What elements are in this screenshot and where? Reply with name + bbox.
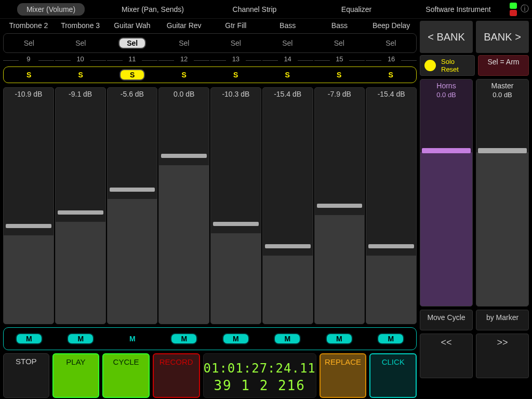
channel-name-row: Trombone 2Trombone 3Guitar WahGuitar Rev… xyxy=(3,20,417,31)
mute-row: MMMMMMMM xyxy=(3,327,417,350)
sel-button-12[interactable]: Sel xyxy=(159,34,210,52)
horns-fader-cap[interactable] xyxy=(422,148,471,153)
solo-button-10[interactable]: S xyxy=(56,71,107,79)
channel-name: Guitar Wah xyxy=(107,20,158,31)
channel-db-label: -15.4 dB xyxy=(263,90,313,98)
fader-cap[interactable] xyxy=(161,154,207,158)
sel-button-10[interactable]: Sel xyxy=(56,34,107,52)
mute-button-9[interactable]: M xyxy=(4,333,55,344)
channel-fader-15[interactable]: -7.9 dB xyxy=(314,87,365,324)
fader-cap[interactable] xyxy=(58,210,103,215)
channel-db-label: -15.4 dB xyxy=(366,90,416,98)
fader-cap[interactable] xyxy=(213,222,259,226)
sel-button-13[interactable]: Sel xyxy=(210,34,261,52)
master-bus-fader[interactable]: Master 0.0 dB xyxy=(476,79,529,307)
channel-number: 11 xyxy=(107,55,158,65)
channel-number-row: 910111213141516 xyxy=(3,55,417,65)
tab-software-instrument[interactable]: Software Instrument xyxy=(407,0,509,18)
channel-fader-9[interactable]: -10.9 dB xyxy=(3,87,54,324)
mute-button-10[interactable]: M xyxy=(56,333,107,344)
play-button[interactable]: PLAY xyxy=(52,353,100,398)
led-red xyxy=(510,10,517,16)
sel-button-11[interactable]: Sel xyxy=(107,34,158,52)
channel-db-label: -5.6 dB xyxy=(108,90,157,98)
timecode-bars: 39 1 2 216 xyxy=(214,378,305,393)
faders: -10.9 dB -9.1 dB -5.6 dB 0.0 dB -10.3 dB… xyxy=(3,87,417,324)
channel-number: 9 xyxy=(3,55,54,65)
tab-mixer-pan-sends[interactable]: Mixer (Pan, Sends) xyxy=(102,0,204,18)
channel-name: Gtr Fill xyxy=(210,20,261,31)
tab-equalizer[interactable]: Equalizer xyxy=(305,0,407,18)
fader-cap[interactable] xyxy=(110,188,155,192)
channel-fader-12[interactable]: 0.0 dB xyxy=(158,87,209,324)
sel-button-14[interactable]: Sel xyxy=(262,34,313,52)
bank-next-button[interactable]: BANK > xyxy=(476,21,529,53)
mute-button-13[interactable]: M xyxy=(210,333,261,344)
mute-button-11[interactable]: M xyxy=(107,335,158,343)
forward-button[interactable]: >> xyxy=(476,334,529,378)
tab-channel-strip[interactable]: Channel Strip xyxy=(204,0,305,18)
bank-prev-button[interactable]: < BANK xyxy=(420,21,473,53)
record-button[interactable]: RECORD xyxy=(153,353,200,398)
solo-button-12[interactable]: S xyxy=(159,71,210,79)
timecode-smpte: 01:01:27:24.11 xyxy=(204,361,316,376)
master-fader-cap[interactable] xyxy=(478,148,527,153)
led-green xyxy=(510,3,517,9)
channel-db-label: 0.0 dB xyxy=(159,90,209,98)
tab-bar: Mixer (Volume) Mixer (Pan, Sends) Channe… xyxy=(0,0,532,19)
cycle-button[interactable]: CYCLE xyxy=(102,353,150,398)
by-marker-button[interactable]: by Marker xyxy=(476,310,529,330)
fader-cap[interactable] xyxy=(265,244,311,248)
replace-button[interactable]: REPLACE xyxy=(320,353,367,398)
solo-reset-button[interactable]: SoloReset xyxy=(420,55,475,76)
channel-number: 12 xyxy=(158,55,209,65)
channel-db-label: -10.9 dB xyxy=(4,90,54,98)
channel-name: Trombone 3 xyxy=(55,20,106,31)
solo-button-14[interactable]: S xyxy=(262,71,313,79)
channel-fader-13[interactable]: -10.3 dB xyxy=(210,87,261,324)
channel-name: Trombone 2 xyxy=(3,20,54,31)
mute-button-14[interactable]: M xyxy=(262,333,313,344)
click-button[interactable]: CLICK xyxy=(369,353,417,398)
sel-arm-button[interactable]: Sel = Arm xyxy=(478,55,529,76)
channel-fader-16[interactable]: -15.4 dB xyxy=(366,87,417,324)
channel-name: Beep Delay xyxy=(366,20,417,31)
channel-fader-11[interactable]: -5.6 dB xyxy=(107,87,158,324)
sel-button-16[interactable]: Sel xyxy=(366,34,417,52)
horns-bus-fader[interactable]: Horns 0.0 dB xyxy=(420,79,473,307)
channel-fader-14[interactable]: -15.4 dB xyxy=(262,87,313,324)
sel-row: SelSelSelSelSelSelSelSel xyxy=(3,33,417,53)
sel-button-15[interactable]: Sel xyxy=(314,34,365,52)
mute-button-12[interactable]: M xyxy=(159,333,210,344)
solo-button-9[interactable]: S xyxy=(4,71,55,79)
channel-fader-10[interactable]: -9.1 dB xyxy=(55,87,106,324)
mute-button-16[interactable]: M xyxy=(366,333,417,344)
channel-name: Bass xyxy=(262,20,313,31)
channel-db-label: -9.1 dB xyxy=(56,90,105,98)
solo-button-11[interactable]: S xyxy=(107,69,158,81)
tab-mixer-volume[interactable]: Mixer (Volume) xyxy=(0,0,102,18)
solo-button-15[interactable]: S xyxy=(314,71,365,79)
channel-number: 15 xyxy=(314,55,365,65)
fader-cap[interactable] xyxy=(6,224,51,228)
solo-indicator-icon xyxy=(424,60,436,71)
rewind-button[interactable]: << xyxy=(420,334,473,378)
info-icon[interactable]: ⓘ xyxy=(520,4,530,15)
channel-name: Bass xyxy=(314,20,365,31)
solo-reset-label: SoloReset xyxy=(441,58,459,73)
fader-cap[interactable] xyxy=(317,204,363,208)
fader-cap[interactable] xyxy=(368,244,414,248)
solo-row: SSSSSSSS xyxy=(3,66,417,83)
move-cycle-button[interactable]: Move Cycle xyxy=(420,310,473,330)
channel-name: Guitar Rev xyxy=(158,20,209,31)
solo-button-13[interactable]: S xyxy=(210,71,261,79)
channel-number: 13 xyxy=(210,55,261,65)
channel-number: 16 xyxy=(366,55,417,65)
status-leds xyxy=(509,3,517,16)
channel-db-label: -7.9 dB xyxy=(315,90,365,98)
stop-button[interactable]: STOP xyxy=(3,353,49,398)
mute-button-15[interactable]: M xyxy=(314,333,365,344)
sel-button-9[interactable]: Sel xyxy=(4,34,55,52)
solo-button-16[interactable]: S xyxy=(366,71,417,79)
timecode-display: 01:01:27:24.11 39 1 2 216 xyxy=(203,353,316,398)
